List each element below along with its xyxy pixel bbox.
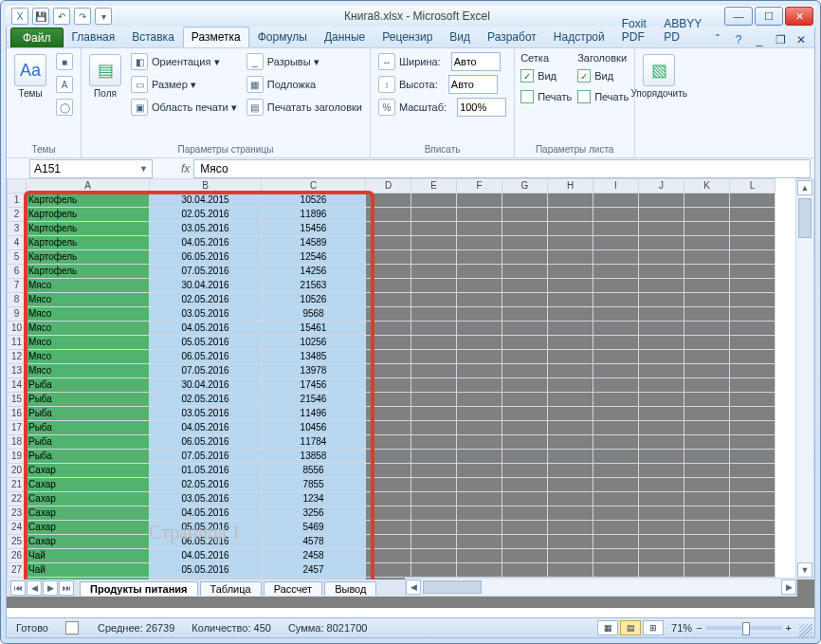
theme-effects-button[interactable]: ◯	[54, 98, 75, 117]
cell[interactable]: 3256	[262, 506, 366, 521]
inner-close-icon[interactable]: ✕	[794, 32, 809, 47]
cell-out-of-page[interactable]	[730, 435, 775, 450]
cell[interactable]: Чай	[27, 563, 150, 578]
cell-out-of-page[interactable]	[502, 563, 548, 578]
cell[interactable]: Рыба	[27, 450, 150, 464]
cell[interactable]: Мясо	[27, 307, 150, 322]
cell-out-of-page[interactable]	[639, 350, 684, 364]
cell-out-of-page[interactable]	[639, 535, 684, 549]
zoom-out-button[interactable]: −	[696, 622, 702, 634]
scroll-left-icon[interactable]: ◀	[406, 580, 421, 595]
cell-out-of-page[interactable]	[684, 208, 730, 222]
cell[interactable]: Мясо	[27, 350, 150, 364]
row-header[interactable]: 7	[8, 279, 27, 293]
cell-out-of-page[interactable]	[684, 378, 730, 393]
cell[interactable]: 11496	[262, 407, 366, 421]
cell-out-of-page[interactable]	[548, 208, 593, 222]
cell-out-of-page[interactable]	[730, 293, 775, 307]
tab-addins[interactable]: Надстрой	[545, 27, 613, 47]
cell-out-of-page[interactable]	[548, 478, 593, 492]
cell[interactable]: 06.05.2016	[150, 350, 262, 364]
cell-out-of-page[interactable]	[457, 478, 502, 492]
cell-out-of-page[interactable]	[411, 322, 457, 336]
cell-out-of-page[interactable]	[639, 236, 684, 250]
cell-out-of-page[interactable]	[639, 279, 684, 293]
cell-out-of-page[interactable]	[593, 492, 639, 506]
cell-out-of-page[interactable]	[457, 421, 502, 435]
tab-review[interactable]: Рецензир	[374, 27, 441, 47]
cell-out-of-page[interactable]	[593, 549, 639, 563]
cell-out-of-page[interactable]	[548, 293, 593, 307]
tab-view[interactable]: Вид	[441, 27, 479, 47]
row-header[interactable]: 19	[8, 450, 27, 464]
resize-grip[interactable]	[799, 624, 812, 637]
cell-out-of-page[interactable]	[639, 265, 684, 279]
cell-out-of-page[interactable]	[639, 492, 684, 506]
cell-out-of-page[interactable]	[411, 421, 457, 435]
sheet-tab[interactable]: Рассчет	[264, 581, 323, 596]
cell-out-of-page[interactable]	[502, 307, 548, 322]
cell-out-of-page[interactable]	[730, 521, 775, 535]
cell-out-of-page[interactable]	[639, 407, 684, 421]
cell-out-of-page[interactable]	[411, 393, 457, 407]
cell-out-of-page[interactable]	[457, 378, 502, 393]
row-header[interactable]: 8	[8, 293, 27, 307]
cell-out-of-page[interactable]	[411, 563, 457, 578]
cell-out-of-page[interactable]	[548, 250, 593, 265]
cell-out-of-page[interactable]	[366, 492, 411, 506]
cell-out-of-page[interactable]	[548, 549, 593, 563]
cell[interactable]: 05.05.2016	[150, 563, 262, 578]
row-header[interactable]: 18	[8, 435, 27, 450]
tab-foxit[interactable]: Foxit PDF	[613, 13, 655, 47]
cell[interactable]: 06.05.2016	[150, 250, 262, 265]
column-header[interactable]: E	[411, 179, 457, 193]
qat-customize-icon[interactable]: ▾	[95, 8, 112, 25]
cell[interactable]: 5469	[262, 521, 366, 535]
cell[interactable]: Чай	[27, 549, 150, 563]
view-normal-button[interactable]: ▦	[597, 620, 618, 635]
gridlines-print-checkbox[interactable]: Печать	[520, 88, 572, 105]
cell-out-of-page[interactable]	[411, 364, 457, 378]
cell[interactable]: 04.05.2016	[150, 236, 262, 250]
cell-out-of-page[interactable]	[457, 265, 502, 279]
row-header[interactable]: 13	[8, 364, 27, 378]
cell-out-of-page[interactable]	[684, 506, 730, 521]
cell-out-of-page[interactable]	[730, 393, 775, 407]
cell-out-of-page[interactable]	[730, 208, 775, 222]
cell-out-of-page[interactable]	[593, 464, 639, 478]
margins-button[interactable]: ▤ Поля	[87, 52, 123, 132]
size-button[interactable]: ▭Размер ▾	[129, 75, 239, 94]
cell-out-of-page[interactable]	[639, 322, 684, 336]
row-header[interactable]: 4	[8, 236, 27, 250]
cell[interactable]: 10526	[262, 193, 366, 208]
cell-out-of-page[interactable]	[593, 322, 639, 336]
cell-out-of-page[interactable]	[548, 307, 593, 322]
cell-out-of-page[interactable]	[366, 293, 411, 307]
cell-out-of-page[interactable]	[548, 407, 593, 421]
cell-out-of-page[interactable]	[593, 193, 639, 208]
cell[interactable]: Картофель	[27, 250, 150, 265]
cell-out-of-page[interactable]	[411, 378, 457, 393]
cell-out-of-page[interactable]	[730, 464, 775, 478]
cell[interactable]: 13485	[262, 350, 366, 364]
cell-out-of-page[interactable]	[548, 236, 593, 250]
cell-out-of-page[interactable]	[502, 478, 548, 492]
cell[interactable]: 04.05.2016	[150, 421, 262, 435]
arrange-button[interactable]: ▧ Упорядочить	[641, 52, 677, 132]
cell-out-of-page[interactable]	[411, 450, 457, 464]
cell-out-of-page[interactable]	[502, 421, 548, 435]
cell-out-of-page[interactable]	[457, 535, 502, 549]
tab-abbyy[interactable]: ABBYY PD	[655, 13, 710, 47]
cell-out-of-page[interactable]	[411, 407, 457, 421]
tab-insert[interactable]: Вставка	[123, 27, 183, 47]
inner-minimize-icon[interactable]: _	[752, 32, 767, 47]
print-area-button[interactable]: ▣Область печати ▾	[129, 98, 239, 117]
cell-out-of-page[interactable]	[457, 307, 502, 322]
cell-out-of-page[interactable]	[366, 222, 411, 236]
cell-out-of-page[interactable]	[457, 435, 502, 450]
cell-out-of-page[interactable]	[411, 506, 457, 521]
cell-out-of-page[interactable]	[593, 393, 639, 407]
cell-out-of-page[interactable]	[457, 506, 502, 521]
cell[interactable]: 30.04.2015	[150, 193, 262, 208]
cell[interactable]: 21546	[262, 393, 366, 407]
